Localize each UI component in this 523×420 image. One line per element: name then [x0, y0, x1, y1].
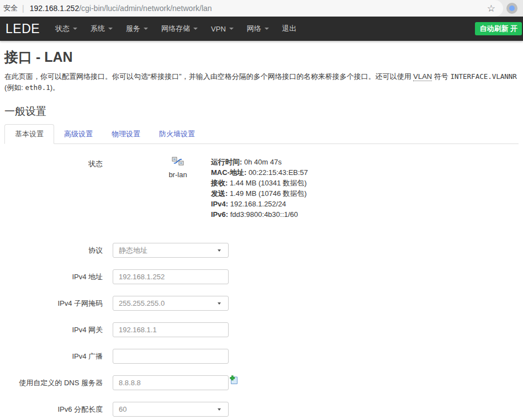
auto-refresh-toggle[interactable]: 自动刷新 开 [475, 22, 522, 35]
stat-label: 接收: [211, 179, 228, 187]
status-field: br-lan 运行时间: 0h 40m 47s MAC-地址: 00:22:15… [113, 157, 308, 220]
ipv4-broadcast-input[interactable] [113, 349, 229, 364]
avatar-dot-icon [509, 6, 515, 11]
eth0-example-code: eth0.1 [25, 83, 50, 92]
nav-menu-status[interactable]: 状态 [49, 17, 84, 41]
nav-menu-services-label: 服务 [126, 24, 140, 34]
ipv4-gateway-row: IPv4 网关 [4, 322, 519, 337]
page-description: 在此页面，你可以配置网络接口。你可以勾选“桥接接口”，并输入由空格分隔的多个网络… [4, 71, 519, 93]
page-title: 接口 - LAN [4, 48, 519, 66]
custom-dns-label: 使用自定义的 DNS 服务器 [4, 379, 103, 387]
page-content: 接口 - LAN 在此页面，你可以配置网络接口。你可以勾选“桥接接口”，并输入由… [0, 41, 523, 420]
custom-dns-input[interactable] [113, 375, 229, 390]
nav-menu-vpn[interactable]: VPN [204, 17, 240, 41]
description-text: 符号 [432, 72, 450, 81]
stat-value: 1.44 MB (10341 数据包) [228, 179, 307, 187]
protocol-selected-value: 静态地址 [119, 246, 147, 256]
ipv4-broadcast-row: IPv4 广播 [4, 349, 519, 364]
app-navbar: LEDE 状态 系统 服务 网络存储 VPN 网络 退出 自动刷新 开 [0, 17, 523, 41]
ipv4-netmask-row: IPv4 子网掩码 255.255.255.0 [4, 296, 519, 311]
chevron-down-icon [193, 28, 198, 30]
chevron-down-icon [108, 28, 113, 30]
stat-label: IPv4: [211, 200, 228, 208]
nav-menu-nas-label: 网络存储 [161, 24, 190, 34]
select-arrow-icon [218, 302, 221, 305]
stat-label: MAC-地址: [211, 168, 246, 177]
ipv4-netmask-label: IPv4 子网掩码 [4, 299, 103, 308]
security-indicator[interactable]: 安全 [3, 3, 18, 13]
nav-logout-label: 退出 [282, 24, 297, 34]
status-line-uptime: 运行时间: 0h 40m 47s [211, 157, 308, 167]
section-title: 一般设置 [4, 104, 519, 119]
description-text: (例如: [4, 83, 25, 92]
nav-menu-services[interactable]: 服务 [119, 17, 155, 41]
browser-profile-avatar[interactable] [506, 3, 517, 14]
url-path: /cgi-bin/luci/admin/network/network/lan [79, 4, 212, 13]
stat-label: 运行时间: [211, 158, 242, 166]
custom-dns-row: 使用自定义的 DNS 服务器 [4, 375, 519, 390]
chevron-down-icon [73, 28, 77, 30]
tab-advanced-settings[interactable]: 高级设置 [55, 125, 102, 143]
stat-value: 1.49 MB (10746 数据包) [228, 189, 307, 198]
status-line-ipv4: IPv4: 192.168.1.252/24 [211, 199, 308, 209]
device-name: br-lan [168, 171, 187, 179]
stat-value: fdd3:9800:4b30::1/60 [228, 210, 298, 219]
nav-menu-status-label: 状态 [55, 24, 70, 34]
status-line-ipv6: IPv6: fdd3:9800:4b30::1/60 [211, 209, 308, 220]
select-arrow-icon [218, 408, 221, 411]
ipv6-assignment-selected-value: 60 [119, 405, 126, 413]
nav-menu-nas[interactable]: 网络存储 [155, 17, 204, 41]
description-text: )。 [50, 83, 60, 92]
add-entry-icon[interactable] [230, 375, 239, 385]
tab-general-settings[interactable]: 基本设置 [4, 124, 54, 144]
interface-vlannr-code: INTERFACE.VLANNR [450, 72, 516, 81]
status-details: 运行时间: 0h 40m 47s MAC-地址: 00:22:15:43:EB:… [211, 157, 308, 220]
ipv4-address-row: IPv4 地址 [4, 269, 519, 284]
ipv4-gateway-input[interactable] [113, 322, 229, 337]
stat-value: 00:22:15:43:EB:57 [246, 168, 308, 177]
status-row: 状态 br-lan 运行时间: 0h 40m 47s MAC-地址: 00:22… [4, 157, 519, 220]
ipv4-address-label: IPv4 地址 [4, 273, 103, 281]
bridge-interface-icon [172, 157, 184, 166]
nav-menu-system-label: 系统 [91, 24, 105, 34]
ipv4-gateway-label: IPv4 网关 [4, 326, 103, 334]
status-line-mac: MAC-地址: 00:22:15:43:EB:57 [211, 167, 308, 178]
stat-value: 0h 40m 47s [242, 158, 282, 166]
ipv4-netmask-selected-value: 255.255.255.0 [119, 299, 165, 307]
ipv4-netmask-select[interactable]: 255.255.255.0 [113, 296, 229, 311]
ipv4-address-input[interactable] [113, 269, 229, 284]
address-bar-separator: | [22, 4, 24, 13]
chevron-down-icon [265, 28, 269, 30]
status-line-tx: 发送: 1.49 MB (10746 数据包) [211, 188, 308, 199]
page-url: 192.168.1.252/cgi-bin/luci/admin/network… [30, 4, 212, 13]
select-arrow-icon [218, 249, 221, 252]
protocol-row: 协议 静态地址 [4, 243, 519, 258]
stat-label: 发送: [211, 189, 228, 198]
ipv6-assignment-label: IPv6 分配长度 [4, 402, 103, 414]
bookmark-star-icon[interactable]: ☆ [487, 4, 495, 13]
chevron-down-icon [144, 28, 148, 30]
protocol-select[interactable]: 静态地址 [113, 243, 229, 258]
tab-firewall-settings[interactable]: 防火墙设置 [150, 125, 204, 143]
nav-menu-system[interactable]: 系统 [84, 17, 119, 41]
brand-logo[interactable]: LEDE [6, 22, 40, 36]
chevron-down-icon [229, 28, 234, 30]
url-host: 192.168.1.252 [30, 4, 80, 13]
stat-value: 192.168.1.252/24 [228, 200, 286, 208]
stat-label: IPv6: [211, 210, 228, 219]
ipv6-assignment-select[interactable]: 60 [113, 402, 229, 417]
vlan-abbr: VLAN [413, 72, 432, 81]
address-bar[interactable]: 安全 | 192.168.1.252/cgi-bin/luci/admin/ne… [0, 0, 503, 17]
browser-toolbar: 安全 | 192.168.1.252/cgi-bin/luci/admin/ne… [0, 0, 523, 17]
protocol-label: 协议 [4, 246, 103, 255]
interface-device: br-lan [161, 157, 194, 179]
status-label: 状态 [4, 157, 103, 168]
status-line-rx: 接收: 1.44 MB (10341 数据包) [211, 178, 308, 188]
tab-physical-settings[interactable]: 物理设置 [103, 125, 149, 143]
nav-logout[interactable]: 退出 [276, 17, 303, 41]
ipv6-assignment-row: IPv6 分配长度 60 ? 给每个公共 IPv6 前缀分配指定长度的固定部分 [4, 402, 519, 420]
nav-menu-network[interactable]: 网络 [240, 17, 276, 41]
description-text: 在此页面，你可以配置网络接口。你可以勾选“桥接接口”，并输入由空格分隔的多个网络… [4, 72, 413, 81]
settings-tabs: 基本设置 高级设置 物理设置 防火墙设置 [4, 124, 519, 144]
nav-menu-vpn-label: VPN [211, 25, 226, 33]
